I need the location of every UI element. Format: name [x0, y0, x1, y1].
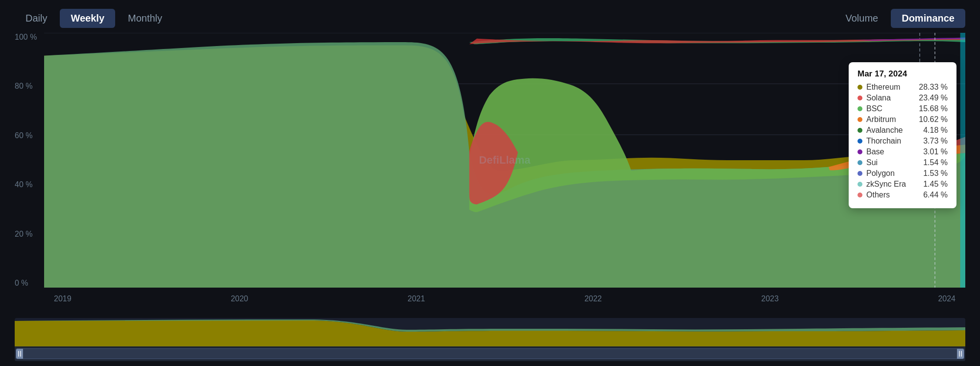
- tooltip-label-others: Others: [866, 191, 919, 199]
- tooltip-value-bsc: 15.68 %: [919, 104, 948, 113]
- tooltip-label-base: Base: [866, 147, 919, 156]
- volume-button[interactable]: Volume: [834, 9, 889, 28]
- y-label-0: 0 %: [15, 279, 44, 288]
- y-label-40: 40 %: [15, 180, 44, 189]
- y-label-100: 100 %: [15, 33, 44, 42]
- tooltip-label-arbitrum: Arbitrum: [866, 115, 915, 124]
- area-chart: [44, 33, 965, 288]
- tooltip-value-others: 6.44 %: [923, 191, 948, 199]
- tooltip-value-avalanche: 4.18 %: [923, 126, 948, 135]
- tooltip-row-polygon: Polygon 1.53 %: [858, 169, 948, 178]
- chart-area: 100 % 80 % 60 % 40 % 20 % 0 %: [0, 33, 980, 307]
- scrollbar-left-handle[interactable]: [16, 349, 23, 359]
- grip-line: [961, 351, 962, 357]
- thorchain-dot: [858, 139, 862, 144]
- scrollbar-mini-chart: [15, 318, 965, 347]
- x-label-2022: 2022: [585, 294, 602, 303]
- x-label-2023: 2023: [761, 294, 779, 303]
- metric-button-group: Volume Dominance: [834, 9, 965, 28]
- grip-line: [959, 351, 960, 357]
- grip-line: [18, 351, 19, 357]
- tooltip-label-solana: Solana: [866, 94, 915, 102]
- tooltip-label-polygon: Polygon: [866, 169, 919, 178]
- tooltip-row-avalanche: Avalanche 4.18 %: [858, 126, 948, 135]
- bsc-dot: [858, 106, 862, 111]
- y-label-20: 20 %: [15, 230, 44, 239]
- sui-dot: [858, 160, 862, 165]
- y-axis: 100 % 80 % 60 % 40 % 20 % 0 %: [15, 33, 44, 307]
- tooltip-date: Mar 17, 2024: [858, 69, 948, 79]
- x-label-2020: 2020: [231, 294, 248, 303]
- monthly-button[interactable]: Monthly: [117, 9, 173, 28]
- y-label-60: 60 %: [15, 131, 44, 140]
- avalanche-dot: [858, 128, 862, 133]
- tooltip-row-arbitrum: Arbitrum 10.62 %: [858, 115, 948, 124]
- scrollbar-handle[interactable]: [16, 348, 964, 359]
- scrollbar-handle-container[interactable]: [16, 348, 964, 359]
- tooltip-label-bsc: BSC: [866, 104, 915, 113]
- zksync-dot: [858, 182, 862, 187]
- dominance-button[interactable]: Dominance: [891, 9, 965, 28]
- tooltip-label-sui: Sui: [866, 158, 919, 167]
- tooltip-label-zksync: zkSync Era: [866, 180, 919, 189]
- tooltip-value-zksync: 1.45 %: [923, 180, 948, 189]
- tooltip: Mar 17, 2024 Ethereum 28.33 % Solana 23.…: [849, 62, 956, 208]
- tooltip-row-base: Base 3.01 %: [858, 147, 948, 156]
- tooltip-value-base: 3.01 %: [923, 147, 948, 156]
- tooltip-row-zksync: zkSync Era 1.45 %: [858, 180, 948, 189]
- x-label-2021: 2021: [408, 294, 425, 303]
- y-label-80: 80 %: [15, 82, 44, 91]
- grip-line: [20, 351, 21, 357]
- tooltip-value-sui: 1.54 %: [923, 158, 948, 167]
- tooltip-value-ethereum: 28.33 %: [919, 83, 948, 92]
- x-label-2019: 2019: [54, 294, 72, 303]
- chart-svg-container: DefiLlama: [44, 33, 965, 288]
- daily-button[interactable]: Daily: [15, 9, 58, 28]
- tooltip-label-thorchain: Thorchain: [866, 137, 919, 146]
- tooltip-value-polygon: 1.53 %: [923, 169, 948, 178]
- svg-rect-8: [960, 33, 965, 288]
- scrollbar-track[interactable]: [15, 346, 965, 361]
- ethereum-dot: [858, 85, 862, 90]
- tooltip-value-arbitrum: 10.62 %: [919, 115, 948, 124]
- polygon-dot: [858, 171, 862, 176]
- tooltip-value-thorchain: 3.73 %: [923, 137, 948, 146]
- tooltip-row-solana: Solana 23.49 %: [858, 94, 948, 102]
- weekly-button[interactable]: Weekly: [60, 9, 115, 28]
- period-button-group: Daily Weekly Monthly: [15, 9, 173, 28]
- tooltip-label-avalanche: Avalanche: [866, 126, 919, 135]
- scrollbar-area: [15, 318, 965, 361]
- arbitrum-dot: [858, 117, 862, 122]
- solana-dot: [858, 96, 862, 100]
- tooltip-row-ethereum: Ethereum 28.33 %: [858, 83, 948, 92]
- x-label-2024: 2024: [938, 294, 956, 303]
- x-axis: 2019 2020 2021 2022 2023 2024: [44, 290, 965, 307]
- tooltip-row-sui: Sui 1.54 %: [858, 158, 948, 167]
- tooltip-row-thorchain: Thorchain 3.73 %: [858, 137, 948, 146]
- tooltip-row-others: Others 6.44 %: [858, 191, 948, 199]
- scrollbar-right-handle[interactable]: [957, 349, 964, 359]
- base-dot: [858, 149, 862, 154]
- tooltip-value-solana: 23.49 %: [919, 94, 948, 102]
- tooltip-label-ethereum: Ethereum: [866, 83, 915, 92]
- tooltip-row-bsc: BSC 15.68 %: [858, 104, 948, 113]
- others-dot: [858, 193, 862, 197]
- top-bar: Daily Weekly Monthly Volume Dominance: [0, 0, 980, 33]
